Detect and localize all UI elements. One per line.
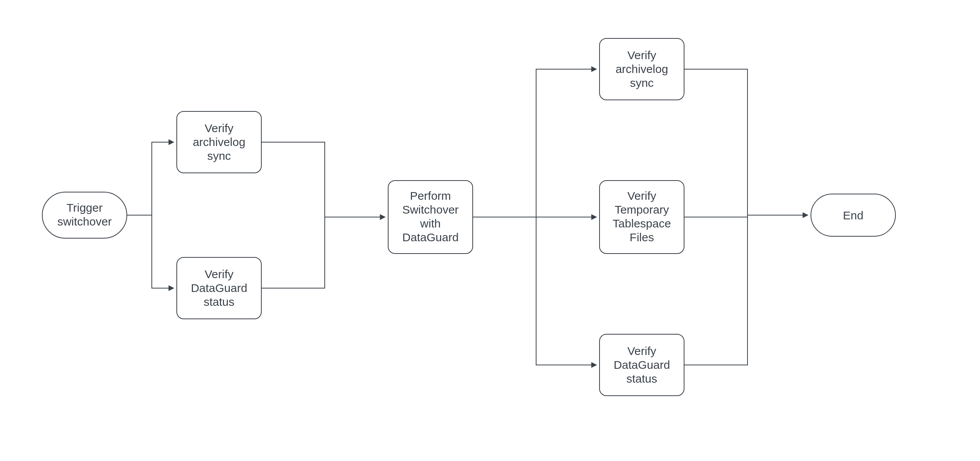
node-label: archivelog xyxy=(193,136,246,148)
node-label: End xyxy=(843,209,863,222)
node-label: status xyxy=(626,372,657,385)
node-label: archivelog xyxy=(616,63,668,75)
node-label: Trigger xyxy=(66,201,103,214)
connector-trigger-to-pre-dataguard xyxy=(127,215,174,288)
node-label: Files xyxy=(630,231,654,244)
node-label: DataGuard xyxy=(402,231,459,244)
connector-post-archivelog-to-end xyxy=(684,69,747,215)
node-label: Verify xyxy=(627,189,656,202)
connector-pre-archivelog-to-perform xyxy=(261,142,325,217)
node-label: switchover xyxy=(57,215,112,228)
node-label: Verify xyxy=(627,49,656,61)
connector-pre-dataguard-to-perform xyxy=(261,217,325,288)
node-pre-verify-dataguard: Verify DataGuard status xyxy=(177,257,261,319)
node-end: End xyxy=(811,194,895,236)
node-label: Tablespace xyxy=(613,217,671,230)
node-trigger-switchover: Trigger switchover xyxy=(42,192,127,238)
node-label: Switchover xyxy=(402,203,459,216)
node-label: DataGuard xyxy=(614,358,670,371)
node-post-verify-temp-tablespace: Verify Temporary Tablespace Files xyxy=(600,181,684,254)
node-label: Perform xyxy=(410,189,451,202)
node-pre-verify-archivelog: Verify archivelog sync xyxy=(177,111,261,173)
node-perform-switchover: Perform Switchover with DataGuard xyxy=(388,181,473,254)
node-label: Verify xyxy=(627,345,656,357)
node-post-verify-dataguard: Verify DataGuard status xyxy=(600,334,684,396)
node-label: Verify xyxy=(204,122,233,134)
node-label: status xyxy=(204,295,234,308)
node-label: with xyxy=(420,217,440,230)
flowchart-canvas: Trigger switchover Verify archivelog syn… xyxy=(0,0,980,461)
node-post-verify-archivelog: Verify archivelog sync xyxy=(600,38,684,100)
connector-perform-to-post-archivelog xyxy=(473,69,596,217)
node-label: sync xyxy=(207,149,231,162)
connector-trigger-to-pre-archivelog xyxy=(127,142,174,215)
node-label: sync xyxy=(630,76,654,89)
connector-perform-to-post-dataguard xyxy=(473,217,596,365)
connector-post-dataguard-to-end xyxy=(684,215,747,365)
node-label: DataGuard xyxy=(191,282,247,294)
node-label: Verify xyxy=(204,268,233,280)
node-label: Temporary xyxy=(615,203,669,216)
